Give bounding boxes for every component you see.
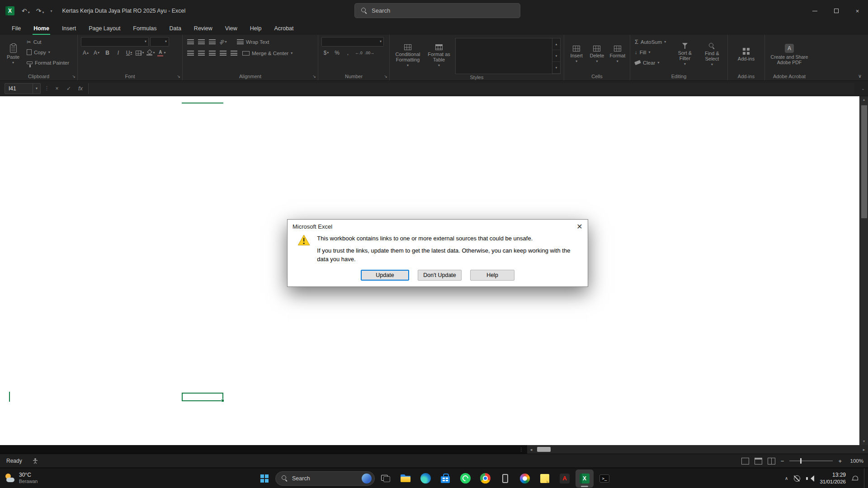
decrease-decimal-button[interactable]: .00→ [365, 48, 374, 57]
search-box[interactable]: Search [354, 3, 520, 18]
page-break-view-icon[interactable] [768, 458, 775, 465]
tab-page-layout[interactable]: Page Layout [82, 22, 127, 35]
sort-filter-button[interactable]: Sort & Filter▾ [672, 37, 698, 72]
accounting-format-button[interactable]: $▾ [321, 48, 331, 57]
name-box-dropdown-icon[interactable]: ▾ [33, 84, 40, 94]
whatsapp-button[interactable] [456, 469, 474, 488]
redo-button[interactable]: ↷▾ [36, 7, 44, 14]
zoom-slider-thumb[interactable] [800, 458, 802, 464]
show-desktop-button[interactable] [864, 468, 866, 488]
scroll-down-icon[interactable]: ▾ [860, 438, 868, 445]
tab-file[interactable]: File [5, 22, 27, 35]
italic-button[interactable]: I [113, 48, 123, 57]
expand-formula-bar-icon[interactable]: ⌄ [858, 86, 868, 91]
align-right-button[interactable] [208, 49, 217, 58]
tab-review[interactable]: Review [188, 22, 219, 35]
customize-qat-icon[interactable]: ▾ [51, 9, 52, 13]
cell-styles-gallery[interactable]: ▴ ▾ ▾ [455, 38, 561, 74]
delete-cells-button[interactable]: Delete▾ [588, 37, 606, 72]
excel-app-icon[interactable]: X [5, 6, 14, 15]
phone-link-button[interactable] [496, 469, 514, 488]
normal-view-icon[interactable] [741, 458, 749, 465]
dont-update-button[interactable]: Don't Update [418, 270, 462, 281]
gallery-more-icon[interactable]: ▾ [552, 62, 560, 74]
edge-button[interactable] [416, 469, 434, 488]
microsoft-store-button[interactable] [436, 469, 454, 488]
grow-font-button[interactable]: A▴ [81, 48, 90, 57]
help-button[interactable]: Help [470, 270, 514, 281]
clock[interactable]: 13:29 31/01/2026 [820, 472, 846, 485]
underline-button[interactable]: U▾ [124, 48, 134, 57]
scroll-up-icon[interactable]: ▴ [860, 96, 868, 103]
font-dialog-launcher-icon[interactable]: ↘ [177, 75, 180, 79]
tray-overflow-icon[interactable]: ∧ [785, 476, 788, 481]
close-button[interactable]: × [847, 0, 868, 22]
vertical-scroll-thumb[interactable] [861, 105, 867, 218]
zoom-out-icon[interactable]: − [781, 458, 784, 465]
gallery-up-icon[interactable]: ▴ [552, 38, 560, 50]
network-status-icon[interactable] [794, 475, 800, 482]
format-as-table-button[interactable]: Format as Table▾ [425, 37, 453, 74]
addins-button[interactable]: Add-ins [733, 37, 760, 72]
clipboard-dialog-launcher-icon[interactable]: ↘ [72, 75, 75, 79]
file-explorer-button[interactable] [396, 469, 415, 488]
autosum-button[interactable]: Σ AutoSum ▾ [633, 37, 670, 47]
volume-icon[interactable] [806, 475, 814, 482]
font-size-combo[interactable] [150, 37, 169, 47]
tab-help[interactable]: Help [244, 22, 268, 35]
cut-button[interactable]: ✂ Cut [25, 37, 71, 47]
format-cells-button[interactable]: Format▾ [609, 37, 627, 72]
chrome-button[interactable] [476, 469, 494, 488]
percent-style-button[interactable]: % [332, 48, 342, 57]
font-color-button[interactable]: A▾ [157, 48, 166, 57]
increase-indent-button[interactable] [229, 49, 239, 58]
tab-insert[interactable]: Insert [56, 22, 82, 35]
maximize-button[interactable] [826, 0, 847, 22]
align-top-button[interactable] [186, 38, 195, 47]
horizontal-scrollbar[interactable]: ◂ ▸ [527, 445, 868, 454]
excel-taskbar-button[interactable]: X [576, 469, 594, 488]
horizontal-scroll-thumb[interactable] [537, 447, 551, 452]
notifications-bell-icon[interactable] [852, 475, 858, 482]
tab-acrobat[interactable]: Acrobat [268, 22, 300, 35]
terminal-button[interactable]: >_ [595, 469, 613, 488]
number-dialog-launcher-icon[interactable]: ↘ [384, 75, 387, 79]
comma-style-button[interactable]: , [343, 48, 353, 57]
start-button[interactable] [255, 469, 274, 488]
alignment-dialog-launcher-icon[interactable]: ↘ [312, 75, 316, 79]
scroll-left-icon[interactable]: ◂ [527, 447, 535, 452]
merge-center-button[interactable]: Merge & Center ▾ [241, 48, 294, 58]
format-painter-button[interactable]: Format Painter [25, 58, 71, 67]
minimize-button[interactable] [804, 0, 826, 22]
sticky-notes-button[interactable] [536, 469, 554, 488]
tab-formulas[interactable]: Formulas [127, 22, 163, 35]
align-bottom-button[interactable] [208, 38, 217, 47]
find-select-button[interactable]: Find & Select▾ [700, 37, 724, 72]
accessibility-checker-icon[interactable] [32, 458, 38, 464]
cancel-entry-icon[interactable]: × [53, 85, 61, 92]
undo-button[interactable]: ↶▾ [22, 7, 30, 14]
acrobat-button[interactable]: A [556, 469, 574, 488]
number-format-combo[interactable] [321, 37, 384, 47]
borders-button[interactable]: ▾ [135, 48, 145, 57]
clear-button[interactable]: Clear ▾ [633, 58, 670, 67]
taskbar-search[interactable]: Search [275, 471, 375, 486]
align-middle-button[interactable] [197, 38, 206, 47]
increase-decimal-button[interactable]: ←.0 [354, 48, 363, 57]
zoom-level[interactable]: 100% [847, 458, 863, 464]
decrease-indent-button[interactable] [218, 49, 228, 58]
update-button[interactable]: Update [361, 270, 409, 281]
collapse-ribbon-icon[interactable]: ∨ [858, 73, 862, 79]
conditional-formatting-button[interactable]: Conditional Formatting▾ [393, 37, 423, 74]
dialog-close-button[interactable]: ✕ [571, 220, 588, 233]
paste-button[interactable]: Paste▾ [3, 37, 23, 72]
page-layout-view-icon[interactable] [755, 458, 762, 465]
gallery-down-icon[interactable]: ▾ [552, 50, 560, 62]
vertical-scrollbar[interactable]: ▴ ▾ [859, 96, 868, 445]
formula-input[interactable] [88, 83, 854, 94]
zoom-slider[interactable] [789, 460, 833, 461]
bold-button[interactable]: B [103, 48, 112, 57]
align-left-button[interactable] [186, 49, 195, 58]
wrap-text-button[interactable]: Wrap Text [236, 37, 270, 47]
task-view-button[interactable] [377, 469, 395, 488]
